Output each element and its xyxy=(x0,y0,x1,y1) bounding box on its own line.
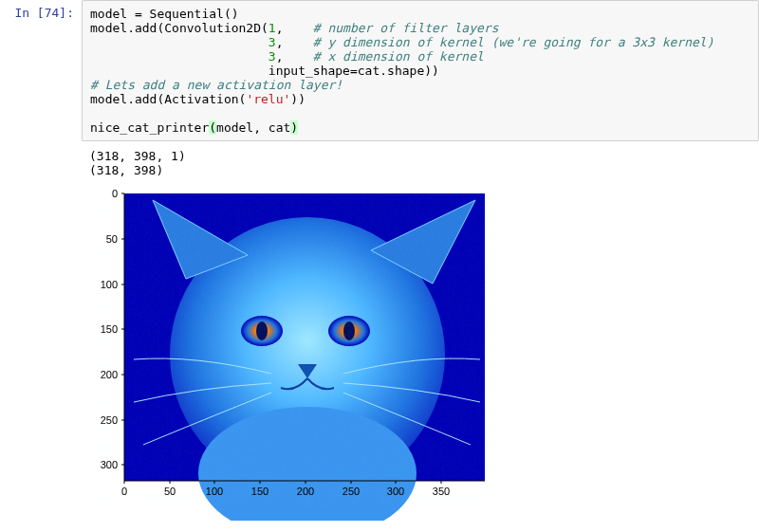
stdout-output: (318, 398, 1) (318, 398) xyxy=(82,145,759,181)
plot-svg: 0 50 100 150 200 250 300 0 50 100 150 20… xyxy=(82,189,499,521)
code-line: nice_cat_printer(model, cat) xyxy=(90,120,298,135)
code-line: # Lets add a new activation layer! xyxy=(90,78,342,92)
svg-rect-6 xyxy=(124,193,485,481)
code-line: 3, # x dimension of kernel xyxy=(90,49,484,64)
svg-text:50: 50 xyxy=(106,233,118,245)
svg-text:0: 0 xyxy=(121,486,127,497)
svg-text:150: 150 xyxy=(101,323,118,335)
svg-text:300: 300 xyxy=(387,486,404,497)
code-line: model.add(Activation('relu')) xyxy=(90,92,305,106)
code-input[interactable]: model = Sequential() model.add(Convoluti… xyxy=(82,0,759,141)
svg-text:0: 0 xyxy=(112,189,118,199)
svg-text:350: 350 xyxy=(433,486,450,497)
svg-text:200: 200 xyxy=(101,369,118,380)
cell-prompt: In [74]: xyxy=(0,0,82,141)
y-axis: 0 50 100 150 200 250 300 xyxy=(101,189,124,481)
code-line: 3, # y dimension of kernel (we're going … xyxy=(90,35,713,49)
code-line: input_shape=cat.shape)) xyxy=(90,64,439,78)
output-line: (318, 398) xyxy=(89,163,163,177)
plot-image xyxy=(124,193,485,521)
svg-text:100: 100 xyxy=(206,486,223,497)
svg-text:150: 150 xyxy=(251,486,268,497)
matplotlib-figure: 0 50 100 150 200 250 300 0 50 100 150 20… xyxy=(82,189,499,521)
svg-text:50: 50 xyxy=(164,486,176,497)
output-line: (318, 398, 1) xyxy=(89,149,186,163)
output-prompt-spacer xyxy=(0,145,82,181)
svg-text:250: 250 xyxy=(342,486,360,497)
svg-text:250: 250 xyxy=(101,414,118,426)
svg-text:100: 100 xyxy=(101,279,118,290)
notebook-output-cell: (318, 398, 1) (318, 398) xyxy=(0,145,759,181)
code-line: model.add(Convolution2D(1, # number of f… xyxy=(90,21,498,35)
code-line: model = Sequential() xyxy=(90,7,239,21)
svg-text:200: 200 xyxy=(297,486,314,497)
svg-text:300: 300 xyxy=(101,459,118,470)
notebook-input-cell: In [74]: model = Sequential() model.add(… xyxy=(0,0,759,141)
